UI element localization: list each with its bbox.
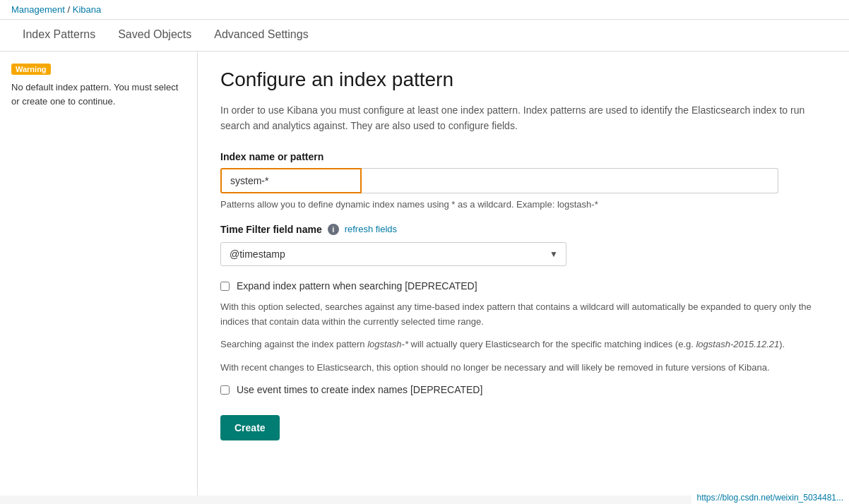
expand-desc-3: With recent changes to Elasticsearch, th… xyxy=(220,361,826,376)
time-filter-row: Time Filter field name i refresh fields xyxy=(220,224,826,235)
time-filter-select-wrapper: @timestamp I don't want to use the Time … xyxy=(220,242,566,266)
content-area: Configure an index pattern In order to u… xyxy=(198,52,849,496)
breadcrumb-management[interactable]: Management xyxy=(11,4,65,15)
breadcrumb-bar: Management / Kibana xyxy=(0,0,849,20)
page-title: Configure an index pattern xyxy=(220,68,826,91)
logstash-date-italic: logstash-2015.12.21 xyxy=(696,339,779,349)
tab-saved-objects[interactable]: Saved Objects xyxy=(107,20,203,52)
checkbox-expand-row: Expand index pattern when searching [DEP… xyxy=(220,280,826,292)
tab-index-patterns[interactable]: Index Patterns xyxy=(11,20,107,52)
event-times-checkbox[interactable] xyxy=(220,385,230,395)
checkbox-event-times-row: Use event times to create index names [D… xyxy=(220,384,826,395)
nav-tabs-bar: Index Patterns Saved Objects Advanced Se… xyxy=(0,20,849,52)
info-icon: i xyxy=(328,224,339,235)
description-text: In order to use Kibana you must configur… xyxy=(220,102,826,134)
index-name-input-secondary[interactable] xyxy=(362,168,778,193)
url-bar: https://blog.csdn.net/weixin_5034481... xyxy=(691,491,849,496)
expand-desc-2: Searching against the index pattern logs… xyxy=(220,337,826,352)
index-name-label: Index name or pattern xyxy=(220,151,826,162)
sidebar: Warning No default index pattern. You mu… xyxy=(0,52,198,496)
expand-label[interactable]: Expand index pattern when searching [DEP… xyxy=(237,280,477,292)
index-input-row xyxy=(220,168,778,193)
logstash-italic: logstash-* xyxy=(367,339,408,349)
warning-badge: Warning xyxy=(11,64,51,75)
index-name-input-main[interactable] xyxy=(220,168,362,193)
time-filter-label: Time Filter field name xyxy=(220,224,322,235)
event-times-label[interactable]: Use event times to create index names [D… xyxy=(237,384,482,395)
main-layout: Warning No default index pattern. You mu… xyxy=(0,52,849,496)
index-hint-text: Patterns allow you to define dynamic ind… xyxy=(220,199,826,210)
warning-text: No default index pattern. You must selec… xyxy=(11,80,186,108)
refresh-fields-link[interactable]: refresh fields xyxy=(345,224,397,234)
create-button[interactable]: Create xyxy=(220,415,280,440)
expand-desc-1: With this option selected, searches agai… xyxy=(220,300,826,330)
time-filter-select[interactable]: @timestamp I don't want to use the Time … xyxy=(220,242,566,266)
breadcrumb-separator: / xyxy=(68,4,71,15)
tab-advanced-settings[interactable]: Advanced Settings xyxy=(203,20,319,52)
expand-checkbox[interactable] xyxy=(220,282,230,291)
breadcrumb-kibana[interactable]: Kibana xyxy=(73,4,101,15)
